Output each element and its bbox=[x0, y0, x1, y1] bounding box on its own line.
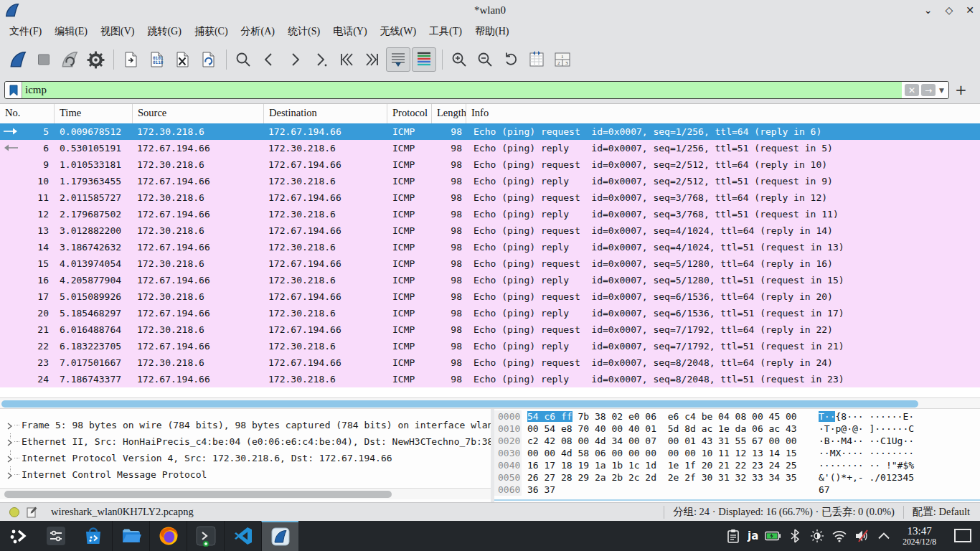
expand-arrow-icon[interactable] bbox=[6, 469, 14, 479]
packet-row-23[interactable]: 237.017501667172.30.218.6172.67.194.66IC… bbox=[0, 354, 980, 371]
launcher-app-store-icon[interactable] bbox=[75, 521, 112, 551]
status-filename[interactable]: wireshark_wlan0KH7LY2.pcapng bbox=[44, 506, 194, 518]
menu-跳转G[interactable]: 跳转(G) bbox=[145, 24, 183, 39]
zoom-original-button[interactable] bbox=[499, 47, 523, 72]
bluetooth-icon[interactable] bbox=[787, 528, 803, 544]
filter-add-button[interactable]: + bbox=[952, 81, 970, 99]
last-packet-button[interactable] bbox=[360, 47, 385, 72]
filter-bookmark-icon[interactable] bbox=[5, 82, 22, 98]
reload-file-button[interactable] bbox=[196, 47, 220, 72]
filter-clear-button[interactable]: ✕ bbox=[905, 84, 919, 96]
minimize-button[interactable]: ⌄ bbox=[924, 5, 933, 15]
wifi-icon[interactable] bbox=[831, 528, 847, 544]
column-header-info[interactable]: Info bbox=[466, 104, 980, 123]
column-header-no[interactable]: No. bbox=[0, 104, 55, 123]
status-profile[interactable]: 配置: Default bbox=[904, 505, 980, 519]
packet-row-6[interactable]: 60.530105191172.67.194.66172.30.218.6ICM… bbox=[0, 140, 980, 156]
filter-dropdown-icon[interactable]: ▼ bbox=[938, 87, 946, 94]
column-header-time[interactable]: Time bbox=[55, 104, 133, 123]
tray-expand-icon[interactable] bbox=[876, 528, 892, 544]
go-to-packet-button[interactable] bbox=[308, 47, 333, 72]
packet-row-16[interactable]: 164.205877904172.67.194.66172.30.218.6IC… bbox=[0, 272, 980, 288]
capture-options-button[interactable] bbox=[83, 47, 108, 72]
packet-row-14[interactable]: 143.186742632172.67.194.66172.30.218.6IC… bbox=[0, 239, 980, 255]
menu-编辑E[interactable]: 编辑(E) bbox=[52, 24, 90, 39]
expert-info-icon[interactable] bbox=[9, 507, 20, 518]
menu-无线W[interactable]: 无线(W) bbox=[378, 24, 419, 39]
task-terminal-icon[interactable] bbox=[187, 521, 224, 551]
detail-item-3[interactable]: Internet Control Message Protocol bbox=[0, 466, 491, 483]
packet-row-10[interactable]: 101.179363455172.67.194.66172.30.218.6IC… bbox=[0, 173, 980, 189]
column-header-source[interactable]: Source bbox=[133, 104, 264, 123]
show-desktop-button[interactable] bbox=[954, 529, 971, 542]
expand-arrow-icon[interactable] bbox=[6, 420, 14, 430]
column-header-protocol[interactable]: Protocol bbox=[387, 104, 432, 123]
open-file-button[interactable] bbox=[118, 47, 143, 72]
launcher-app-menu-icon[interactable] bbox=[0, 521, 37, 551]
packet-row-5[interactable]: 50.009678512172.30.218.6172.67.194.66ICM… bbox=[0, 123, 980, 140]
menu-视图V[interactable]: 视图(V) bbox=[98, 24, 136, 39]
column-header-destination[interactable]: Destination bbox=[264, 104, 387, 123]
packet-row-20[interactable]: 205.185468297172.67.194.66172.30.218.6IC… bbox=[0, 305, 980, 321]
task-file-manager-icon[interactable] bbox=[112, 521, 149, 551]
close-file-button[interactable] bbox=[170, 47, 194, 72]
expand-arrow-icon[interactable] bbox=[6, 436, 14, 446]
resize-columns-button[interactable] bbox=[524, 47, 549, 72]
restart-capture-button[interactable] bbox=[57, 47, 82, 72]
close-button[interactable]: ✕ bbox=[966, 5, 974, 15]
hex-row-0030[interactable]: 003000 00 4d 58 06 00 00 00 00 00 10 11 … bbox=[494, 447, 980, 459]
previous-packet-button[interactable] bbox=[257, 47, 281, 72]
packet-row-11[interactable]: 112.011585727172.30.218.6172.67.194.66IC… bbox=[0, 189, 980, 206]
menu-捕获C[interactable]: 捕获(C) bbox=[192, 24, 230, 39]
menu-统计S[interactable]: 统计(S) bbox=[286, 24, 322, 39]
menu-分析A[interactable]: 分析(A) bbox=[239, 24, 277, 39]
menu-帮助H[interactable]: 帮助(H) bbox=[473, 24, 511, 39]
column-header-length[interactable]: Length bbox=[432, 104, 466, 123]
hex-row-0000[interactable]: 000054 c6 ff 7b 38 02 e0 06 e6 c4 be 04 … bbox=[494, 410, 980, 423]
volume-muted-icon[interactable] bbox=[854, 528, 870, 544]
detail-item-2[interactable]: Internet Protocol Version 4, Src: 172.30… bbox=[0, 450, 491, 466]
task-vscode-icon[interactable] bbox=[224, 521, 261, 551]
start-capture-button[interactable] bbox=[6, 47, 30, 72]
maximize-button[interactable]: ◇ bbox=[945, 5, 953, 15]
find-packet-button[interactable] bbox=[231, 47, 255, 72]
packet-row-24[interactable]: 247.186743377172.67.194.66172.30.218.6IC… bbox=[0, 371, 980, 387]
auto-scroll-button[interactable] bbox=[386, 47, 410, 72]
battery-icon[interactable] bbox=[765, 528, 781, 544]
hex-row-0040[interactable]: 004016 17 18 19 1a 1b 1c 1d 1e 1f 20 21 … bbox=[494, 459, 980, 471]
menu-文件F[interactable]: 文件(F) bbox=[7, 24, 44, 39]
hex-row-0020[interactable]: 0020c2 42 08 00 4d 34 00 07 00 01 43 31 … bbox=[494, 435, 980, 447]
filter-apply-button[interactable]: → bbox=[921, 84, 936, 96]
zoom-out-button[interactable] bbox=[473, 47, 497, 72]
menu-电话Y[interactable]: 电话(Y) bbox=[331, 24, 369, 39]
task-firefox-icon[interactable] bbox=[149, 521, 187, 551]
packet-row-21[interactable]: 216.016488764172.30.218.6172.67.194.66IC… bbox=[0, 321, 980, 338]
packet-row-13[interactable]: 133.012882200172.30.218.6172.67.194.66IC… bbox=[0, 222, 980, 239]
display-filter-input[interactable]: icmp ✕ → ▼ bbox=[4, 81, 949, 99]
first-packet-button[interactable] bbox=[334, 47, 359, 72]
input-method-indicator[interactable]: ja bbox=[748, 529, 758, 542]
save-file-button[interactable]: 01010110 bbox=[144, 47, 169, 72]
zoom-in-button[interactable] bbox=[447, 47, 471, 72]
next-packet-button[interactable] bbox=[283, 47, 307, 72]
clipboard-icon[interactable] bbox=[725, 528, 741, 544]
menu-工具T[interactable]: 工具(T) bbox=[427, 24, 464, 39]
launcher-settings-icon[interactable] bbox=[37, 521, 75, 551]
stop-capture-button[interactable] bbox=[32, 47, 56, 72]
packet-row-22[interactable]: 226.183223705172.67.194.66172.30.218.6IC… bbox=[0, 338, 980, 354]
layout-button[interactable]: 123 bbox=[550, 47, 575, 72]
brightness-icon[interactable] bbox=[809, 528, 825, 544]
hex-row-0060[interactable]: 006036 3767 bbox=[494, 484, 980, 496]
hex-row-0050[interactable]: 005026 27 28 29 2a 2b 2c 2d 2e 2f 30 31 … bbox=[494, 471, 980, 484]
filter-text[interactable]: icmp bbox=[22, 84, 902, 96]
packet-row-17[interactable]: 175.015089926172.30.218.6172.67.194.66IC… bbox=[0, 288, 980, 305]
packet-row-12[interactable]: 122.179687502172.67.194.66172.30.218.6IC… bbox=[0, 206, 980, 222]
expand-arrow-icon[interactable] bbox=[6, 453, 14, 463]
details-hscrollbar[interactable] bbox=[0, 488, 491, 499]
packet-row-9[interactable]: 91.010533181172.30.218.6172.67.194.66ICM… bbox=[0, 156, 980, 173]
packet-row-15[interactable]: 154.013974054172.30.218.6172.67.194.66IC… bbox=[0, 255, 980, 272]
detail-item-1[interactable]: Ethernet II, Src: HonHaiPrecis_c4:be:04 … bbox=[0, 433, 491, 450]
task-wireshark-icon[interactable] bbox=[261, 521, 298, 551]
clock[interactable]: 13:472024/12/8 bbox=[903, 525, 936, 546]
capture-comment-icon[interactable] bbox=[27, 507, 37, 518]
